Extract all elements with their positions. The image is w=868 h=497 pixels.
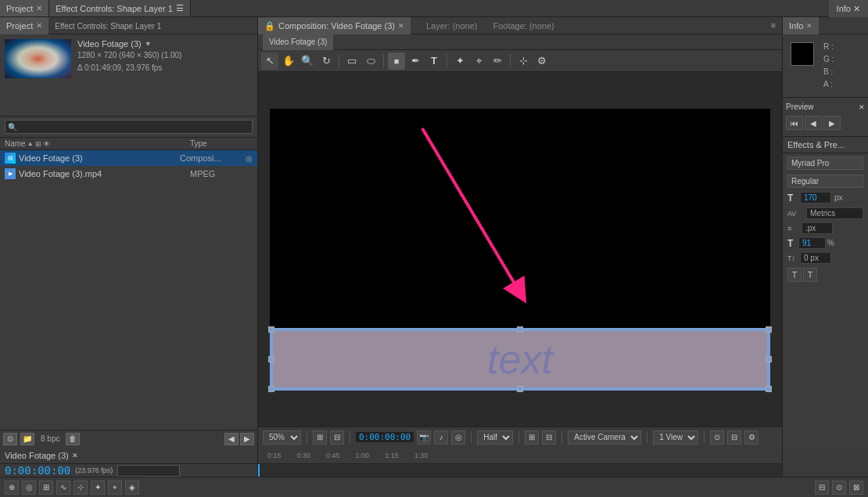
render-button[interactable]: ⊙ [710,430,724,445]
handle-middle-right[interactable] [766,356,772,362]
options-icon[interactable]: ≡ [765,21,782,30]
metrics-value[interactable]: Metrics [806,207,863,219]
info-tab[interactable]: Info ✕ [829,0,868,17]
file-row[interactable]: ▤ Video Fotage (3) Composi... ◎ [0,150,257,166]
handle-top-center[interactable] [517,326,523,333]
pixel-button[interactable]: ⊞ [525,430,539,445]
playhead[interactable] [258,464,260,477]
stamp-tool[interactable]: ✦ [451,52,468,70]
text-tool[interactable]: T [425,52,443,70]
project-panel-tab[interactable]: Project ✕ [0,17,48,34]
composition-tab[interactable]: 🔒 Composition: Video Fotage (3) ✕ [258,17,411,34]
ellipse-mask-tool[interactable]: ⬭ [362,52,379,70]
prev-frame-button[interactable]: ◀ [805,116,822,130]
puppet-tool[interactable]: ⊹ [515,52,532,70]
effect-controls-tab[interactable]: Effect Controls: Shape Layer 1 ☰ [49,0,191,16]
handle-bottom-left[interactable] [268,386,274,392]
active-comp-subtab[interactable]: Video Fotage (3) [263,34,333,50]
pen-tool[interactable]: ✒ [407,52,424,70]
rect-shape-tool[interactable]: ■ [388,52,405,70]
timeline-bottom-bar: ⊕ ◎ ⊞ ∿ ⊹ ✦ ⌖ ◈ ⊟ ⊙ ⊠ [0,477,868,497]
rect-mask-tool[interactable]: ▭ [343,52,360,70]
col-type-header[interactable]: Type [190,139,253,148]
handle-top-left[interactable] [268,326,274,333]
ruler-mark-2: 0:45 [326,452,340,459]
camera-select[interactable]: Active Camera [568,430,641,445]
tbb-add-layer[interactable]: ⊕ [5,481,19,495]
layer-footage-labels: Layer: (none) Footage: (none) [411,21,765,31]
info-panel-tab[interactable]: Info ✕ [783,17,819,34]
align-right-button[interactable]: T [803,268,817,282]
comp-dropdown-arrow[interactable]: ▼ [145,40,152,48]
timeline-tab[interactable]: Video Fotage (3) ✕ [5,451,78,460]
tbb-render[interactable]: ⊙ [832,481,846,495]
solo-button[interactable]: ◎ [451,430,465,445]
align-left-button[interactable]: T [787,268,802,282]
tbb-motion-blur[interactable]: ◎ [22,481,36,495]
roi-button[interactable]: ⊟ [542,430,556,445]
search-input[interactable] [5,120,253,134]
zoom-tool[interactable]: 🔍 [299,52,316,70]
info-close[interactable]: ✕ [853,4,860,13]
play-button[interactable]: ▶ [823,116,841,130]
handle-top-right[interactable] [766,326,772,333]
zoom-select[interactable]: 50% [263,430,301,445]
baseline-value[interactable]: 0 px [800,252,831,264]
right-panel-timeline-stub [782,447,868,477]
tbb-flow[interactable]: ⊠ [849,481,863,495]
col-name-header[interactable]: Name ▲ ⊞ 👁 [5,139,187,148]
next-button[interactable]: ▶ [240,433,254,445]
project-tab[interactable]: Project ✕ [0,0,49,16]
info-panel-close[interactable]: ✕ [806,17,812,34]
scale-value[interactable]: 91 [798,237,826,249]
folder-button[interactable]: 📁 [20,433,34,445]
text-layer[interactable]: text [270,328,770,391]
menu-icon[interactable]: ☰ [176,3,184,13]
project-panel-close[interactable]: ✕ [36,17,42,34]
fit-button[interactable]: ⊞ [313,430,327,445]
timeline-tab-close[interactable]: ✕ [72,452,78,459]
font-style-field[interactable] [787,175,863,188]
delete-button[interactable]: 🗑 [66,433,80,445]
font-size-value[interactable]: 170 [800,192,831,203]
tbb-stamp[interactable]: ✦ [91,481,105,495]
tbb-puppet[interactable]: ⊹ [74,481,88,495]
handle-middle-left[interactable] [268,356,274,362]
timeline-left-header: Video Fotage (3) ✕ [0,447,257,464]
eraser-tool[interactable]: ✏ [489,52,506,70]
comp-tab-close[interactable]: ✕ [398,17,404,34]
project-tab-close[interactable]: ✕ [36,4,42,13]
view-select[interactable]: 1 View [653,430,698,445]
tbb-quality[interactable]: ⊟ [815,481,829,495]
handle-bottom-center[interactable] [517,386,523,392]
comp-controls-panel-tab[interactable]: Effect Controls: Shape Layer 1 [48,17,257,34]
leading-value[interactable]: .px [802,222,833,234]
handle-bottom-right[interactable] [766,386,772,392]
camera-snap-button[interactable]: 📷 [417,430,431,445]
new-item-button[interactable]: ⊙ [3,433,17,445]
search-icon: 🔍 [8,123,17,131]
tbb-3d[interactable]: ⊞ [39,481,53,495]
tbb-pin[interactable]: ◈ [125,481,139,495]
hand-tool[interactable]: ✋ [280,52,297,70]
skip-back-button[interactable]: ⏮ [786,116,803,130]
grid-button[interactable]: ⊟ [330,430,344,445]
timeline-timecode[interactable]: 0:00:00:00 [5,464,70,477]
preview-close[interactable]: ✕ [859,103,865,111]
font-name-field[interactable] [787,157,863,170]
sub-tab-bar: Video Fotage (3) [258,34,782,50]
tbb-graph[interactable]: ∿ [56,481,70,495]
gpu-button[interactable]: ⊟ [727,430,741,445]
selection-tool[interactable]: ↖ [261,52,278,70]
clone-tool[interactable]: ⌖ [470,52,487,70]
wrench-tool[interactable]: ⚙ [533,52,551,70]
resolution-select[interactable]: Half [477,430,513,445]
tbb-clone[interactable]: ⌖ [108,481,122,495]
file-row[interactable]: ▶ Video Fotage (3).mp4 MPEG [0,166,257,182]
timeline-search[interactable] [117,465,180,477]
timeline-ruler-header: 0:15 0:30 0:45 1:00 1:15 1:30 [258,447,782,464]
audio-button[interactable]: ♪ [434,430,448,445]
rotate-tool[interactable]: ↻ [317,52,335,70]
more-button[interactable]: ⚙ [744,430,759,445]
prev-button[interactable]: ◀ [224,433,239,445]
